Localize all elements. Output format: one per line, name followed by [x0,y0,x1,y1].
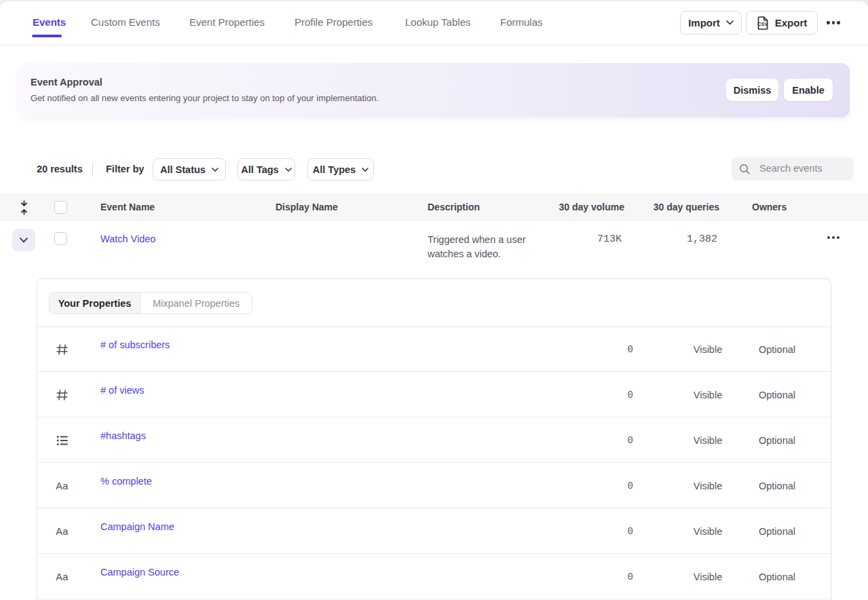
svg-text:CSV: CSV [757,21,768,27]
